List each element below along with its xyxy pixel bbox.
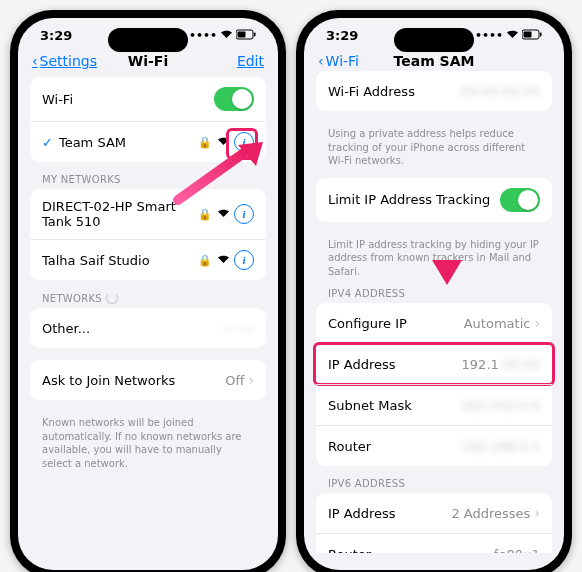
ipv4-card: Configure IP Automatic › IP Address 192.… (316, 303, 552, 466)
wifi-icon (220, 29, 233, 42)
dynamic-island (394, 28, 474, 52)
svg-rect-1 (238, 31, 246, 37)
svg-rect-4 (524, 31, 532, 37)
wifi-signal-icon (217, 136, 230, 149)
my-networks-header: MY NETWORKS (30, 174, 266, 189)
limit-footer: Limit IP address tracking by hiding your… (316, 234, 552, 289)
other-network-row[interactable]: Other... — — (30, 308, 266, 348)
lock-icon: 🔒 (198, 208, 212, 221)
wifi-signal-icon (217, 254, 230, 267)
phone-left: 3:29 •••• ‹ Settings Wi-Fi Edit (10, 10, 286, 572)
wifi-address-row[interactable]: Wi-Fi Address 00:00:00:00 (316, 71, 552, 111)
wifi-label: Wi-Fi (42, 92, 73, 107)
battery-icon (236, 29, 256, 43)
content: Wi-Fi ✓Team SAM 🔒 (18, 77, 278, 559)
wifi-addr-value: 00:00:00:00 (461, 84, 540, 99)
network-row[interactable]: DIRECT-02-HP Smart Tank 510 🔒 i (30, 189, 266, 239)
edit-button[interactable]: Edit (237, 53, 264, 69)
network-meta: 🔒 i (198, 132, 254, 152)
ipv6-header: IPV6 ADDRESS (316, 478, 552, 493)
my-networks-card: DIRECT-02-HP Smart Tank 510 🔒 i Talha Sa… (30, 189, 266, 280)
status-icons: •••• (475, 29, 542, 43)
ipv6-router-label: Router (328, 547, 371, 554)
ipv6-card: IP Address 2 Addresses › Router fe80::1 (316, 493, 552, 553)
limit-toggle[interactable] (500, 188, 540, 212)
ip-value: 192.1 (462, 357, 499, 372)
status-time: 3:29 (326, 28, 358, 43)
screen: 3:29 •••• ‹ Settings Wi-Fi Edit (18, 18, 278, 570)
status-time: 3:29 (40, 28, 72, 43)
info-button[interactable]: i (234, 250, 254, 270)
wifi-toggle[interactable] (214, 87, 254, 111)
subnet-value: 255.255.0.0 (461, 398, 540, 413)
network-row[interactable]: Talha Saif Studio 🔒 i (30, 239, 266, 280)
wifi-icon (506, 29, 519, 42)
network-name: Talha Saif Studio (42, 253, 150, 268)
chevron-right-icon: › (248, 372, 254, 388)
subnet-label: Subnet Mask (328, 398, 412, 413)
ipv6-ip-label: IP Address (328, 506, 396, 521)
chevron-right-icon: › (534, 315, 540, 331)
dynamic-island (108, 28, 188, 52)
wifi-addr-label: Wi-Fi Address (328, 84, 415, 99)
wifi-signal-icon (217, 208, 230, 221)
battery-icon (522, 29, 542, 43)
connected-name: ✓Team SAM (42, 135, 126, 150)
signal-icon: •••• (475, 29, 503, 42)
back-label: Settings (40, 53, 97, 69)
ask-join-card: Ask to Join Networks Off › (30, 360, 266, 400)
router-label: Router (328, 439, 371, 454)
info-button[interactable]: i (234, 132, 254, 152)
checkmark-icon: ✓ (42, 135, 53, 150)
chevron-left-icon: ‹ (32, 53, 38, 69)
ipv4-header: IPV4 ADDRESS (316, 288, 552, 303)
wifi-card: Wi-Fi ✓Team SAM 🔒 (30, 77, 266, 162)
wifi-address-card: Wi-Fi Address 00:00:00:00 (316, 71, 552, 111)
lock-icon: 🔒 (198, 254, 212, 267)
configure-value: Automatic (464, 316, 531, 331)
ask-join-row[interactable]: Ask to Join Networks Off › (30, 360, 266, 400)
info-button[interactable]: i (234, 204, 254, 224)
back-label: Wi-Fi (326, 53, 359, 69)
wifi-addr-footer: Using a private address helps reduce tra… (316, 123, 552, 178)
nav-title: Team SAM (394, 53, 475, 69)
network-name: DIRECT-02-HP Smart Tank 510 (42, 199, 182, 229)
ask-join-value: Off (225, 373, 244, 388)
svg-rect-5 (540, 32, 542, 36)
back-button[interactable]: ‹ Settings (32, 53, 97, 69)
ip-label: IP Address (328, 357, 396, 372)
ip-address-row: IP Address 192.100.00 (316, 343, 552, 384)
networks-header: NETWORKS (30, 292, 266, 308)
nav-title: Wi-Fi (128, 53, 168, 69)
limit-tracking-card: Limit IP Address Tracking (316, 178, 552, 222)
screen: 3:29 •••• ‹ Wi-Fi Team SAM Wi-Fi Address… (304, 18, 564, 570)
ipv6-router-row: Router fe80::1 (316, 533, 552, 553)
ipv6-ip-value: 2 Addresses (451, 506, 530, 521)
content: Wi-Fi Address 00:00:00:00 Using a privat… (304, 71, 564, 553)
configure-label: Configure IP (328, 316, 407, 331)
status-icons: •••• (189, 29, 256, 43)
ipv6-router-value: fe80::1 (494, 547, 540, 554)
chevron-right-icon: › (534, 505, 540, 521)
chevron-left-icon: ‹ (318, 53, 324, 69)
back-button[interactable]: ‹ Wi-Fi (318, 53, 359, 69)
spinner-icon (106, 292, 118, 304)
connected-network-row[interactable]: ✓Team SAM 🔒 i (30, 121, 266, 162)
lock-icon: 🔒 (198, 136, 212, 149)
limit-label: Limit IP Address Tracking (328, 192, 490, 207)
ask-join-footer: Known networks will be joined automatica… (30, 412, 266, 480)
ipv6-ip-row[interactable]: IP Address 2 Addresses › (316, 493, 552, 533)
router-row: Router 192.168.0.1 (316, 425, 552, 466)
svg-rect-2 (254, 32, 256, 36)
subnet-row: Subnet Mask 255.255.0.0 (316, 384, 552, 425)
configure-ip-row[interactable]: Configure IP Automatic › (316, 303, 552, 343)
signal-icon: •••• (189, 29, 217, 42)
phone-right: 3:29 •••• ‹ Wi-Fi Team SAM Wi-Fi Address… (296, 10, 572, 572)
ask-join-label: Ask to Join Networks (42, 373, 175, 388)
other-label: Other... (42, 321, 90, 336)
router-value: 192.168.0.1 (461, 439, 540, 454)
networks-card: Other... — — (30, 308, 266, 348)
limit-tracking-row[interactable]: Limit IP Address Tracking (316, 178, 552, 222)
wifi-toggle-row[interactable]: Wi-Fi (30, 77, 266, 121)
